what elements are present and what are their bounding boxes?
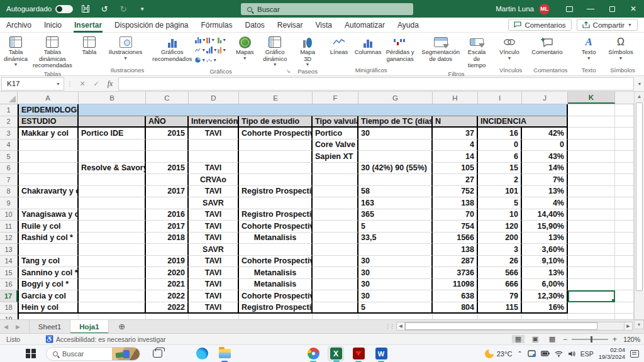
cell-E4[interactable]: [239, 140, 313, 151]
row-header-5[interactable]: 5: [0, 151, 18, 163]
cell-B9[interactable]: [79, 197, 146, 209]
cell-F9[interactable]: [313, 197, 358, 209]
slicer-button[interactable]: Segmentación de datos: [421, 35, 460, 63]
cell-B8[interactable]: [79, 186, 146, 198]
symbols-button[interactable]: Ω Símbolos▼: [606, 35, 635, 61]
normal-view-button[interactable]: ▦: [512, 335, 525, 343]
cell[interactable]: [615, 186, 634, 198]
cell-A10[interactable]: Yanagisawa y col: [18, 209, 79, 221]
tab-disposicion[interactable]: Disposición de página: [108, 18, 194, 33]
dialog-launcher-icon[interactable]: ⇘: [286, 69, 291, 74]
cell-D16[interactable]: TAVI: [189, 279, 239, 291]
cell-I13[interactable]: 3: [478, 244, 522, 256]
cell-header[interactable]: Tiempo de TC (días): [358, 116, 433, 128]
new-comment-button[interactable]: Comentario: [530, 35, 564, 57]
cell[interactable]: [615, 221, 634, 233]
timeline-button[interactable]: Escala de tiempo: [462, 35, 492, 70]
cell-I16[interactable]: 666: [478, 279, 522, 291]
share-button[interactable]: Compartir ▼: [577, 19, 638, 31]
cell-F16[interactable]: [313, 279, 358, 291]
column-header-F[interactable]: F: [313, 92, 358, 104]
cell-J12[interactable]: 13%: [522, 233, 568, 244]
cell-C18[interactable]: 2022: [146, 302, 189, 314]
row-header-1[interactable]: 1: [0, 104, 18, 116]
cell-J14[interactable]: 9,10%: [522, 256, 568, 268]
cell-E6[interactable]: [239, 163, 313, 175]
formula-input[interactable]: [118, 77, 634, 90]
cell-G17[interactable]: 30: [358, 290, 433, 302]
cell-E15[interactable]: Metanalisis: [239, 267, 313, 279]
cell-F13[interactable]: [313, 244, 358, 256]
row-header-12[interactable]: 12: [0, 233, 18, 244]
cell-D19[interactable]: [189, 314, 239, 319]
cell-F12[interactable]: [313, 233, 358, 244]
cell-G4[interactable]: [358, 140, 433, 151]
cell-A8[interactable]: Chakravarty y col: [18, 186, 79, 198]
cell-I6[interactable]: 15: [478, 163, 522, 175]
cell-I7[interactable]: 2: [478, 174, 522, 186]
scroll-up-arrow[interactable]: ▲: [635, 92, 644, 101]
cell-C12[interactable]: 2018: [146, 233, 189, 244]
cell-banner-merged[interactable]: [79, 104, 568, 116]
cell-E14[interactable]: Cohorte Prospectiva: [239, 256, 313, 268]
cancel-formula-button[interactable]: ✕: [75, 80, 89, 88]
pie-chart-button[interactable]: ▼: [195, 55, 206, 65]
column-chart-button[interactable]: ▼: [195, 35, 206, 45]
cell-C13[interactable]: [146, 244, 189, 256]
cell-C11[interactable]: 2017: [146, 221, 189, 233]
cell-I15[interactable]: 566: [478, 267, 522, 279]
cell-K7[interactable]: [568, 174, 615, 186]
link-button[interactable]: Vínculo▼: [496, 35, 523, 61]
cell-F19[interactable]: [313, 314, 358, 319]
cell-F7[interactable]: [313, 174, 358, 186]
cell-C6[interactable]: 2015: [146, 163, 189, 175]
cell-header[interactable]: Tipo valvular: [313, 116, 358, 128]
cell-F18[interactable]: [313, 302, 358, 314]
row-header-14[interactable]: 14: [0, 256, 18, 268]
cell-J4[interactable]: 0: [522, 140, 568, 151]
tab-archivo[interactable]: Archivo: [0, 18, 38, 33]
cell-J16[interactable]: 6,00%: [522, 279, 568, 291]
illustrations-button[interactable]: Ilustraciones▼: [107, 35, 144, 61]
cell-A17[interactable]: Garcia y col: [18, 290, 79, 302]
cell-D7[interactable]: CRVAo: [189, 174, 239, 186]
zoom-level[interactable]: 120%: [621, 336, 640, 343]
cell[interactable]: [568, 104, 615, 116]
cell-K17[interactable]: [568, 290, 615, 302]
cell-B14[interactable]: [79, 256, 146, 268]
cell-F4[interactable]: Core Valve: [313, 140, 358, 151]
avatar[interactable]: ML: [539, 4, 550, 14]
cell-B5[interactable]: [79, 151, 146, 163]
vertical-scroll-thumb[interactable]: [636, 102, 643, 291]
cell-H8[interactable]: 752: [433, 186, 478, 198]
cell-I18[interactable]: 115: [478, 302, 522, 314]
cell-E10[interactable]: Registro Prospectivo: [239, 209, 313, 221]
cell-G14[interactable]: 30: [358, 256, 433, 268]
pivot-chart-button[interactable]: Gráfico dinámico▼: [260, 35, 290, 67]
zoom-in-button[interactable]: +: [613, 335, 617, 344]
cell-E18[interactable]: Registro Prospectivo: [239, 302, 313, 314]
row-header-18[interactable]: 18: [0, 302, 18, 314]
cell-G16[interactable]: 30: [358, 279, 433, 291]
cell[interactable]: [615, 151, 634, 163]
cell-A9[interactable]: [18, 197, 79, 209]
cell-F8[interactable]: [313, 186, 358, 198]
column-header-E[interactable]: E: [239, 92, 313, 104]
scatter-chart-button[interactable]: ▼: [206, 55, 217, 65]
cell-header-incidencia[interactable]: INCIDENCIA: [478, 116, 568, 128]
column-header-D[interactable]: D: [189, 92, 239, 104]
tab-formulas[interactable]: Fórmulas: [194, 18, 238, 33]
tab-datos[interactable]: Datos: [239, 18, 271, 33]
cell-G7[interactable]: [358, 174, 433, 186]
chrome-button[interactable]: [305, 346, 321, 361]
column-header-H[interactable]: H: [433, 92, 478, 104]
cell-A14[interactable]: Tang y col: [18, 256, 79, 268]
cell-C5[interactable]: [146, 151, 189, 163]
page-break-view-button[interactable]: ▩: [546, 335, 558, 343]
ribbon-display-options-button[interactable]: [558, 0, 580, 18]
cell-B19[interactable]: [79, 314, 146, 319]
cell-K18[interactable]: [568, 302, 615, 314]
cell-G12[interactable]: 33,5: [358, 233, 433, 244]
cell-F15[interactable]: [313, 267, 358, 279]
cell-H15[interactable]: 3736: [433, 267, 478, 279]
